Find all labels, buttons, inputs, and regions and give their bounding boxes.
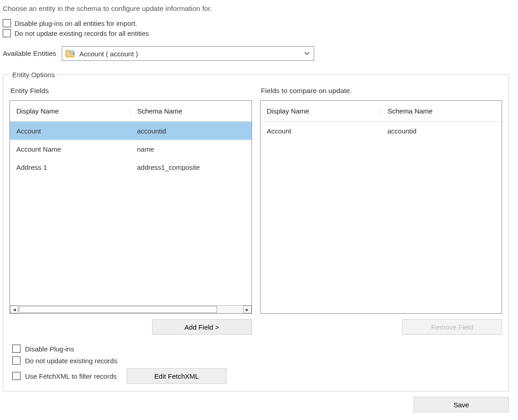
col-display-name[interactable]: Display Name bbox=[10, 107, 130, 115]
svg-point-1 bbox=[70, 51, 74, 54]
col-schema-name[interactable]: Schema Name bbox=[130, 107, 251, 115]
table-row[interactable]: Address 1address1_composite bbox=[10, 158, 252, 176]
instruction-text: Choose an entity in the schema to config… bbox=[3, 5, 513, 13]
scroll-right-icon[interactable]: ▶ bbox=[243, 306, 252, 313]
available-entities-selected: Account ( account ) bbox=[79, 50, 300, 58]
available-entities-dropdown[interactable]: Account ( account ) bbox=[62, 46, 314, 61]
entity-options-group: Entity Options Entity Fields Display Nam… bbox=[3, 71, 509, 391]
cell-display-name: Address 1 bbox=[10, 163, 131, 171]
entity-fields-header: Display Name Schema Name bbox=[10, 101, 252, 122]
compare-fields-title: Fields to compare on update. bbox=[261, 87, 503, 95]
chevron-down-icon bbox=[300, 50, 314, 57]
entity-options-legend: Entity Options bbox=[10, 71, 57, 79]
cell-display-name: Account bbox=[10, 127, 131, 135]
cell-schema-name: name bbox=[131, 145, 252, 153]
disable-plugins-label[interactable]: Disable Plug-ins bbox=[25, 345, 74, 353]
no-update-all-label[interactable]: Do not update existing records for all e… bbox=[15, 30, 149, 37]
scroll-track[interactable] bbox=[18, 306, 243, 313]
entity-fields-title: Entity Fields bbox=[10, 87, 252, 95]
cell-display-name: Account Name bbox=[10, 145, 131, 153]
compare-fields-header: Display Name Schema Name bbox=[261, 101, 502, 122]
available-entities-label: Available Entities bbox=[3, 49, 56, 58]
add-field-button[interactable]: Add Field > bbox=[152, 319, 252, 335]
entity-fields-hscroll[interactable]: ◀ ▶ bbox=[10, 305, 252, 313]
save-button[interactable]: Save bbox=[414, 397, 509, 412]
no-update-label[interactable]: Do not update existing records bbox=[25, 357, 117, 365]
table-row[interactable]: Accountaccountid bbox=[261, 122, 502, 140]
no-update-checkbox[interactable] bbox=[12, 356, 20, 365]
remove-field-button[interactable]: Remove Field bbox=[402, 319, 502, 335]
no-update-all-checkbox[interactable] bbox=[3, 29, 11, 37]
compare-fields-list[interactable]: Display Name Schema Name Accountaccounti… bbox=[260, 100, 503, 314]
disable-plugins-all-label[interactable]: Disable plug-ins on all entities for imp… bbox=[15, 20, 137, 27]
cell-display-name: Account bbox=[261, 127, 381, 135]
edit-fetchxml-button[interactable]: Edit FetchXML bbox=[127, 368, 227, 384]
cell-schema-name: address1_composite bbox=[131, 163, 252, 171]
col-schema-name-r[interactable]: Schema Name bbox=[381, 107, 502, 115]
cell-schema-name: accountid bbox=[381, 127, 502, 135]
use-fetchxml-label[interactable]: Use FetchXML to filter records bbox=[25, 372, 117, 380]
col-display-name-r[interactable]: Display Name bbox=[261, 107, 381, 115]
use-fetchxml-checkbox[interactable] bbox=[12, 372, 20, 380]
folder-entity-icon bbox=[65, 49, 75, 59]
scroll-left-icon[interactable]: ◀ bbox=[10, 306, 18, 313]
cell-schema-name: accountid bbox=[131, 127, 252, 135]
table-row[interactable]: Account Namename bbox=[10, 140, 252, 158]
disable-plugins-checkbox[interactable] bbox=[12, 345, 20, 353]
disable-plugins-all-checkbox[interactable] bbox=[3, 19, 11, 27]
entity-fields-list[interactable]: Display Name Schema Name Accountaccounti… bbox=[10, 100, 252, 314]
table-row[interactable]: Accountaccountid bbox=[10, 122, 252, 140]
scroll-thumb[interactable] bbox=[19, 306, 217, 313]
